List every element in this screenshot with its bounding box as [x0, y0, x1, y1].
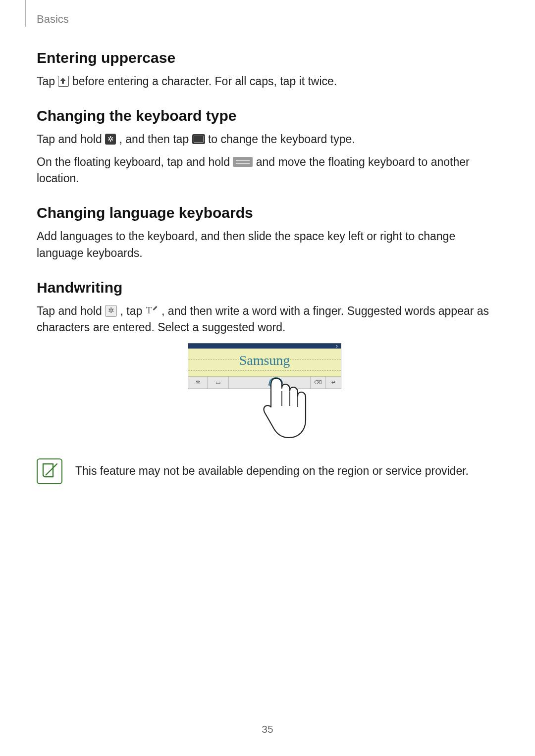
- text: , and then tap: [119, 133, 192, 146]
- settings-gear-icon: [105, 134, 116, 145]
- section-entering-uppercase: Entering uppercase Tap before entering a…: [37, 50, 492, 90]
- heading-entering-uppercase: Entering uppercase: [37, 50, 492, 66]
- illustration-enter-key: ↵: [326, 377, 341, 389]
- heading-keyboard-type: Changing the keyboard type: [37, 107, 492, 124]
- handwriting-illustration: Samsung ✲ ▭ ␣ ⌫ ↵: [188, 343, 341, 444]
- page-number: 35: [0, 723, 535, 735]
- text: to change the keyboard type.: [208, 133, 355, 146]
- text: Tap and hold: [37, 133, 105, 146]
- note-text: This feature may not be available depend…: [75, 464, 469, 478]
- settings-gear-icon: [105, 305, 117, 317]
- section-keyboard-type: Changing the keyboard type Tap and hold …: [37, 107, 492, 187]
- paragraph-kbtype-2: On the floating keyboard, tap and hold a…: [37, 154, 492, 187]
- page-content: Entering uppercase Tap before entering a…: [37, 50, 492, 502]
- hand-pointer-icon: [262, 377, 317, 442]
- text: On the floating keyboard, tap and hold: [37, 155, 233, 168]
- keyboard-layout-icon: [192, 134, 205, 144]
- text: Tap and hold: [37, 304, 105, 317]
- paragraph-handwriting: Tap and hold , tap , and then write a wo…: [37, 303, 492, 336]
- shift-key-icon: [58, 76, 69, 87]
- handwriting-mode-icon: [146, 305, 159, 316]
- illustration-key: ▭: [208, 377, 229, 389]
- text: Tap: [37, 75, 58, 88]
- header-rule: [25, 0, 26, 27]
- illustration-writing-area: Samsung: [188, 349, 341, 377]
- header-section-label: Basics: [37, 13, 69, 26]
- section-handwriting: Handwriting Tap and hold , tap , and the…: [37, 279, 492, 484]
- text: before entering a character. For all cap…: [72, 75, 337, 88]
- note-icon: [37, 458, 62, 484]
- drag-handle-icon: [233, 157, 253, 167]
- heading-handwriting: Handwriting: [37, 279, 492, 296]
- illustration-handwritten-word: Samsung: [188, 353, 341, 368]
- illustration-hand: [188, 389, 341, 444]
- paragraph-language: Add languages to the keyboard, and then …: [37, 228, 492, 261]
- note-row: This feature may not be available depend…: [37, 458, 492, 484]
- paragraph-kbtype-1: Tap and hold , and then tap to change th…: [37, 131, 492, 148]
- section-language-keyboards: Changing language keyboards Add language…: [37, 204, 492, 261]
- illustration-key: ✲: [188, 377, 208, 389]
- illustration-titlebar: [188, 344, 341, 349]
- guide-line: [188, 370, 341, 371]
- heading-language-keyboards: Changing language keyboards: [37, 204, 492, 221]
- paragraph-uppercase: Tap before entering a character. For all…: [37, 73, 492, 90]
- text: , tap: [120, 304, 146, 317]
